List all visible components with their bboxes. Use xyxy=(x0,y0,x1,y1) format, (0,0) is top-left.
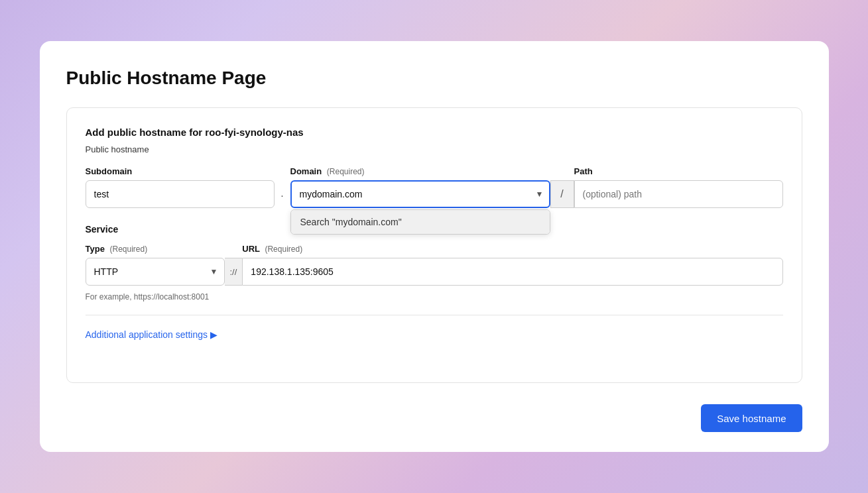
section-title: Add public hostname for roo-fyi-synology… xyxy=(86,127,783,138)
save-hostname-button[interactable]: Save hostname xyxy=(701,404,802,432)
url-input[interactable] xyxy=(242,258,782,286)
subdomain-group: Subdomain xyxy=(86,166,275,208)
divider xyxy=(86,315,783,315)
main-card: Public Hostname Page Add public hostname… xyxy=(40,41,829,452)
dot-separator: . xyxy=(275,180,290,208)
type-select-wrapper: HTTP HTTPS SSH RDP SMB ▼ xyxy=(86,258,225,286)
page-title: Public Hostname Page xyxy=(66,68,802,89)
domain-input[interactable] xyxy=(290,180,550,208)
protocol-separator: :// xyxy=(225,258,243,286)
domain-input-wrapper: ▼ Search "mydomain.com" xyxy=(290,180,550,208)
bottom-bar: Save hostname xyxy=(66,402,802,432)
path-label: Path xyxy=(574,166,783,176)
url-label: URL (Required) xyxy=(242,244,782,254)
subdomain-label: Subdomain xyxy=(86,166,275,176)
form-card: Add public hostname for roo-fyi-synology… xyxy=(66,107,802,383)
domain-label: Domain (Required) xyxy=(290,166,550,176)
additional-settings-link[interactable]: Additional application settings ▶ xyxy=(86,329,217,340)
service-section: Service Type (Required) HTTP HTTPS SSH R… xyxy=(86,224,783,301)
url-group: URL (Required) xyxy=(242,244,782,286)
path-input[interactable] xyxy=(574,180,783,208)
service-row: Type (Required) HTTP HTTPS SSH RDP SMB ▼ xyxy=(86,244,783,286)
subdomain-input[interactable] xyxy=(86,180,275,208)
additional-settings-chevron-icon: ▶ xyxy=(210,329,217,340)
domain-group: Domain (Required) ▼ Search "mydomain.com… xyxy=(290,166,550,208)
type-group: Type (Required) HTTP HTTPS SSH RDP SMB ▼ xyxy=(86,244,225,286)
type-select[interactable]: HTTP HTTPS SSH RDP SMB xyxy=(86,258,225,286)
slash-separator: / xyxy=(550,180,574,208)
type-label: Type (Required) xyxy=(86,244,225,254)
hostname-row: Subdomain . Domain (Required) ▼ Search "… xyxy=(86,166,783,208)
public-hostname-label: Public hostname xyxy=(86,144,783,154)
path-group: Path xyxy=(574,166,783,208)
domain-dropdown-item[interactable]: Search "mydomain.com" xyxy=(291,210,550,234)
example-text: For example, https://localhost:8001 xyxy=(86,292,783,301)
additional-settings-label: Additional application settings xyxy=(86,329,208,340)
domain-dropdown: Search "mydomain.com" xyxy=(290,209,550,235)
